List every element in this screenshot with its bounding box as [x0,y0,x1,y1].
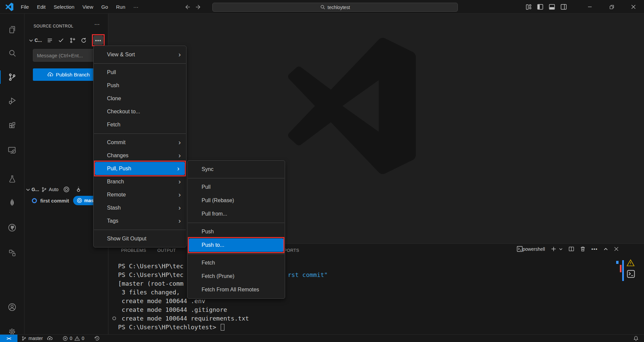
mongodb-icon[interactable] [0,194,24,211]
menubar-item-run[interactable]: Run [112,2,129,12]
branch-small-icon [41,187,47,192]
extensions-icon[interactable] [0,117,24,134]
menu-item-fetch-prune[interactable]: Fetch (Prune) [187,270,285,283]
chevron-down-icon[interactable] [29,38,33,43]
source-control-toolbar: C... ••• [24,35,108,46]
remote-explorer-icon[interactable] [0,141,24,159]
sidebar-more-actions-icon[interactable]: ⋯ [94,21,100,27]
errors-icon[interactable] [63,336,68,341]
command-center-search[interactable]: techloytest [212,3,458,12]
menu-item-pull-rebase[interactable]: Pull (Rebase) [187,194,285,207]
restore-button[interactable] [601,0,623,14]
submenu-chevron-icon: › [178,217,181,225]
menubar-item-edit[interactable]: Edit [33,2,50,12]
menu-item-pull-push[interactable]: Pull, Push› [95,162,185,175]
goto-commit-icon[interactable] [75,186,82,193]
new-terminal-icon[interactable] [551,246,556,252]
minimize-button[interactable] [579,0,601,14]
run-debug-icon[interactable] [0,92,24,109]
create-branch-icon[interactable] [69,37,76,44]
menu-item-clone[interactable]: Clone [94,92,186,105]
terminal-powershell-tab[interactable] [627,270,643,278]
menu-item-pull[interactable]: Pull [94,66,186,79]
notifications-bell-icon[interactable] [633,336,639,341]
menu-item-branch[interactable]: Branch› [94,175,186,188]
menu-separator [188,178,284,178]
menu-item-label: Stash [107,205,121,211]
pull-push-submenu: SyncPullPull (Rebase)Pull from...PushPus… [187,160,285,299]
refresh-icon[interactable] [81,38,87,43]
menu-item-remote[interactable]: Remote› [94,188,186,201]
menubar-item-go[interactable]: Go [97,2,112,12]
menu-item-stash[interactable]: Stash› [94,201,186,214]
menu-item-changes[interactable]: Changes› [94,149,186,162]
menu-item-pull-from[interactable]: Pull from... [187,207,285,221]
terminal-warning-tab[interactable] [627,259,643,267]
testing-icon[interactable] [0,170,24,188]
menu-item-push[interactable]: Push [187,225,285,238]
warnings-icon[interactable] [74,336,80,341]
warnings-count[interactable]: 0 [82,336,85,341]
menu-item-fetch[interactable]: Fetch [187,256,285,270]
menu-item-commit[interactable]: Commit› [94,136,186,149]
menu-item-checkout-to[interactable]: Checkout to... [94,105,186,118]
panel-tab-output[interactable]: OUTPUT [157,248,176,253]
menu-item-label: Commit [107,139,125,146]
menu-item-push[interactable]: Push [94,79,186,92]
terminal-dropdown-icon[interactable] [559,247,563,251]
menubar-item-[interactable]: ··· [129,2,143,12]
toggle-sidebar-icon[interactable] [537,3,544,10]
menubar-item-view[interactable]: View [78,2,97,12]
references-icon[interactable] [0,244,24,262]
status-bar: >< master 0 0 [0,334,644,342]
publish-cloud-icon[interactable] [47,336,53,341]
customize-layout-icon[interactable] [525,4,532,10]
errors-count[interactable]: 0 [70,336,72,341]
cloud-upload-icon [47,72,53,78]
close-panel-icon[interactable] [614,246,619,251]
menu-item-label: Fetch [107,122,120,128]
toggle-panel-icon[interactable] [548,3,555,10]
panel-tab-ports[interactable]: PORTS [284,248,299,253]
menu-item-pull[interactable]: Pull [187,180,285,194]
view-as-list-icon[interactable] [47,38,53,43]
annotation-box-more-actions [92,34,105,46]
toggle-secondary-sidebar-icon[interactable] [560,3,567,10]
chevron-down-icon[interactable] [26,187,30,192]
menu-separator [188,223,284,223]
menu-item-fetch-from-all-remotes[interactable]: Fetch From All Remotes [187,283,285,296]
changes-section-label[interactable]: C... [35,38,42,43]
target-icon[interactable] [63,186,70,193]
github-icon[interactable] [0,219,24,236]
command-decoration-icon[interactable] [112,317,116,320]
terminal-scrollbar[interactable] [622,260,624,281]
maximize-panel-icon[interactable] [603,247,608,251]
source-control-icon[interactable] [0,68,24,86]
menubar-item-file[interactable]: File [17,2,33,12]
search-view-icon[interactable] [0,44,24,62]
timeline-history-icon[interactable] [94,336,100,341]
menubar-item-selection[interactable]: Selection [50,2,78,12]
branch-name[interactable]: master [29,336,43,341]
explorer-icon[interactable] [0,21,24,38]
account-icon[interactable] [0,298,24,316]
split-terminal-icon[interactable] [569,246,574,252]
panel-tab-problems[interactable]: PROBLEMS [121,248,146,253]
menu-item-tags[interactable]: Tags› [94,214,186,227]
kill-terminal-icon[interactable] [580,246,586,252]
menu-item-show-git-output[interactable]: Show Git Output [94,232,186,245]
title-bar: FileEditSelectionViewGoRun··· techloytes… [0,0,644,14]
menu-item-sync[interactable]: Sync [187,163,285,176]
remote-indicator[interactable]: >< [0,335,17,342]
menu-item-push-to[interactable]: Push to... [189,238,283,252]
nav-forward-icon[interactable] [195,4,202,10]
menu-item-view-sort[interactable]: View & Sort› [94,48,186,61]
menu-item-label: Pull, Push [107,166,131,172]
commit-check-icon[interactable] [58,37,64,43]
menu-item-fetch[interactable]: Fetch [94,118,186,131]
terminal-shell-item[interactable]: powershell [517,246,545,252]
shell-label: powershell [523,246,545,252]
nav-back-icon[interactable] [184,4,191,10]
panel-more-actions-icon[interactable]: ••• [591,246,598,252]
close-button[interactable] [623,0,644,14]
